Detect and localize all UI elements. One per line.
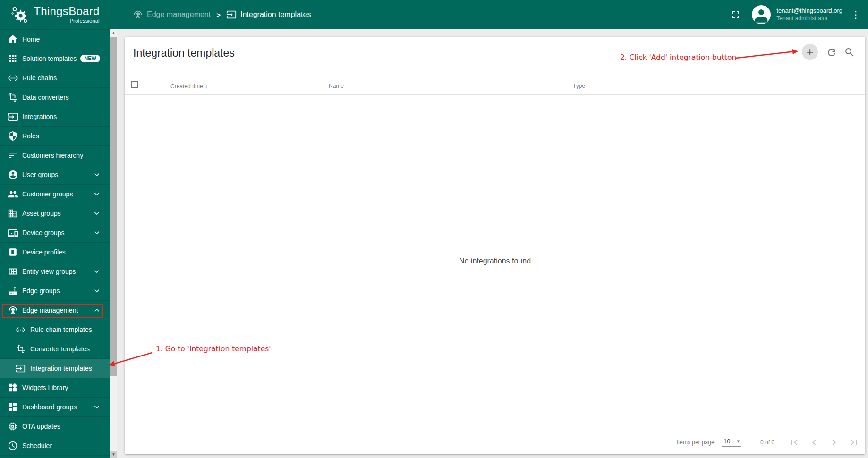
chevron-down-icon [92, 209, 102, 218]
sidebar-item-solution-templates[interactable]: Solution templates NEW [0, 49, 110, 68]
search-button[interactable] [844, 47, 855, 58]
chevron-down-icon [92, 189, 102, 199]
app-logo[interactable]: ThingsBoard Professional [0, 0, 110, 29]
widgets-icon [7, 382, 18, 393]
sidebar: Home Solution templates NEW Rule chains … [0, 29, 110, 458]
paginator: Items per page: 10 ▾ 0 of 0 [125, 430, 865, 454]
breadcrumb-separator: > [216, 11, 221, 19]
sidebar-item-edge-groups[interactable]: Edge groups [0, 281, 110, 301]
people-icon [7, 188, 18, 200]
sidebar-scrollbar[interactable]: ▲ ▼ [110, 29, 117, 458]
sidebar-item-integrations[interactable]: Integrations [0, 107, 110, 127]
page-range-label: 0 of 0 [760, 439, 774, 446]
sidebar-item-edge-management[interactable]: Edge management [0, 301, 110, 320]
sidebar-item-customer-groups[interactable]: Customer groups [0, 185, 110, 204]
page-title: Integration templates [133, 47, 235, 59]
fullscreen-icon[interactable] [730, 9, 741, 20]
next-page-icon[interactable] [828, 437, 840, 448]
chevron-down-icon [92, 286, 102, 296]
scroll-down-icon[interactable]: ▼ [110, 451, 117, 458]
antenna-icon [133, 9, 143, 20]
chevron-up-icon [92, 305, 102, 315]
page-size-select[interactable]: 10 ▾ [722, 438, 741, 447]
devices-icon [7, 227, 18, 238]
breadcrumb-edge-management[interactable]: Edge management [133, 9, 211, 20]
sidebar-item-integration-templates[interactable]: Integration templates [0, 359, 110, 378]
sidebar-item-user-groups[interactable]: User groups [0, 165, 110, 185]
chevron-down-icon [92, 267, 102, 276]
clock-icon [7, 440, 18, 451]
sidebar-item-device-groups[interactable]: Device groups [0, 223, 110, 243]
home-icon [7, 34, 18, 45]
sidebar-item-device-profiles[interactable]: Device profiles [0, 243, 110, 262]
shield-icon [7, 130, 18, 142]
sidebar-item-roles[interactable]: Roles [0, 127, 110, 146]
scrollbar-thumb[interactable] [110, 37, 117, 376]
integration-icon [16, 364, 26, 373]
sidebar-item-customers-hierarchy[interactable]: Customers hierarchy [0, 146, 110, 165]
sidebar-item-data-converters[interactable]: Data converters [0, 88, 110, 107]
sidebar-item-rule-chain-templates[interactable]: Rule chain templates [0, 320, 110, 339]
user-circle-icon [7, 169, 18, 180]
chevron-down-icon [92, 228, 102, 237]
breadcrumb-integration-templates[interactable]: Integration templates [226, 9, 311, 20]
chevron-down-icon [92, 170, 102, 179]
device-profile-icon [7, 246, 18, 258]
user-avatar[interactable] [752, 5, 771, 24]
data-converter-icon [7, 92, 18, 103]
dashboard-icon [7, 401, 18, 413]
previous-page-icon[interactable] [808, 437, 820, 448]
app-name: ThingsBoard [34, 6, 99, 17]
integration-templates-card: Integration templates + Created time↓ Na… [125, 37, 865, 454]
app-edition: Professional [34, 18, 99, 24]
sidebar-item-scheduler[interactable]: Scheduler [0, 436, 110, 456]
page-size-value: 10 [723, 438, 730, 445]
rule-chain-icon [7, 72, 18, 84]
sidebar-item-dashboard-groups[interactable]: Dashboard groups [0, 398, 110, 417]
header-actions: tenant@thingsboard.org Tenant administra… [730, 5, 868, 24]
breadcrumb-label: Edge management [147, 10, 211, 19]
kebab-menu-icon[interactable]: ⋮ [851, 10, 859, 19]
integration-icon [226, 9, 237, 20]
empty-state-text: No integrations found [125, 257, 865, 265]
breadcrumb: Edge management > Integration templates [133, 9, 311, 20]
items-per-page-label: Items per page: [677, 439, 716, 446]
sidebar-item-widgets-library[interactable]: Widgets Library [0, 378, 110, 398]
breadcrumb-label: Integration templates [240, 10, 311, 19]
select-all-checkbox[interactable] [131, 81, 138, 88]
sidebar-item-rule-chains[interactable]: Rule chains [0, 68, 110, 88]
scroll-up-icon[interactable]: ▲ [110, 29, 117, 36]
entity-view-icon [7, 266, 18, 277]
caret-down-icon: ▾ [737, 438, 740, 444]
apps-icon [7, 53, 18, 64]
sidebar-item-converter-templates[interactable]: Converter templates [0, 339, 110, 359]
rule-chain-icon [16, 325, 26, 335]
integration-icon [7, 111, 18, 122]
sidebar-item-entity-view-groups[interactable]: Entity view groups [0, 262, 110, 281]
user-info[interactable]: tenant@thingsboard.org Tenant administra… [776, 7, 842, 22]
thingsboard-gear-logo-icon [10, 5, 29, 24]
sort-desc-icon: ↓ [205, 83, 208, 90]
column-header-name[interactable]: Name [329, 83, 344, 89]
add-integration-button[interactable]: + [802, 44, 818, 60]
data-converter-icon [16, 344, 26, 354]
chevron-down-icon [92, 402, 102, 412]
sidebar-item-home[interactable]: Home [0, 30, 110, 49]
column-header-type[interactable]: Type [573, 83, 585, 89]
sidebar-item-ota-updates[interactable]: OTA updates [0, 417, 110, 436]
antenna-icon [7, 305, 18, 316]
table-header-row: Created time↓ Name Type [125, 76, 865, 95]
new-badge: NEW [80, 55, 100, 62]
router-icon [7, 285, 18, 297]
refresh-button[interactable] [826, 47, 837, 58]
last-page-icon[interactable] [848, 437, 859, 448]
column-header-created-time[interactable]: Created time↓ [170, 83, 208, 90]
sidebar-item-asset-groups[interactable]: Asset groups [0, 204, 110, 223]
chip-icon [7, 421, 18, 432]
top-bar: ThingsBoard Professional Edge management… [0, 0, 868, 29]
user-email: tenant@thingsboard.org [776, 7, 842, 15]
building-icon [7, 208, 18, 219]
first-page-icon[interactable] [789, 437, 800, 448]
hierarchy-icon [7, 150, 18, 161]
plus-icon: + [807, 46, 814, 58]
